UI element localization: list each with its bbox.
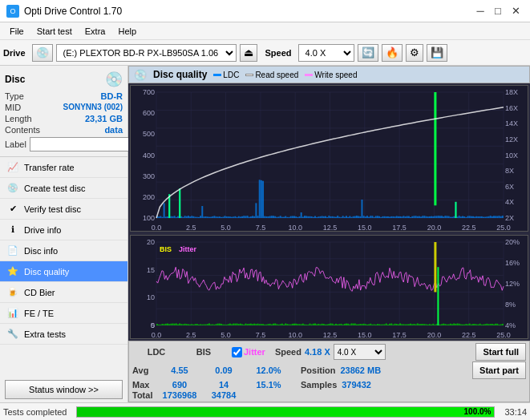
chart1-area [130,85,528,232]
nav-verify-test-disc[interactable]: ✔ Verify test disc [0,199,127,220]
max-bis: 14 [204,380,243,390]
main-layout: Disc 💿 Type BD-R MID SONYNN3 (002) Lengt… [0,66,530,402]
status-text: Tests completed [3,407,67,417]
write-legend-dot [305,74,313,76]
progress-bar-fill [77,407,494,417]
samples-value: 379432 [342,380,371,390]
col-ldc-header: LDC [132,347,180,357]
nav-fe-te[interactable]: 📊 FE / TE [0,303,127,324]
samples-label: Samples [301,380,337,390]
maximize-button[interactable]: □ [490,3,506,19]
nav-disc-quality[interactable]: ⭐ Disc quality [0,261,127,282]
avg-ldc: 4.55 [156,365,203,375]
charts-wrapper [128,83,530,341]
chart2-canvas [131,236,528,339]
drive-info-icon: ℹ [6,224,19,236]
nav-transfer-rate-label: Transfer rate [24,163,75,172]
menu-file[interactable]: File [3,25,30,38]
eject-button[interactable]: ⏏ [240,44,257,62]
speed-select[interactable]: 4.0 X [298,44,354,62]
menu-extra[interactable]: Extra [79,25,112,38]
nav-extra-tests-label: Extra tests [24,329,66,339]
position-label: Position [301,365,335,375]
menu-help[interactable]: Help [111,25,143,38]
total-bis: 34784 [204,390,243,400]
progress-text: 100.0% [464,407,492,417]
col-bis-header: BIS [184,347,224,357]
nav-transfer-rate[interactable]: 📈 Transfer rate [0,157,127,178]
transfer-rate-icon: 📈 [6,161,19,174]
toolbar: Drive 💿 (E:) PLEXTOR BD-R PX-LB950SA 1.0… [0,40,530,66]
nav-items: 📈 Transfer rate 💿 Create test disc ✔ Ver… [0,157,127,345]
disc-length-value: 23,31 GB [85,114,123,123]
avg-jitter: 12.0% [245,365,293,375]
ldc-legend-dot [213,74,221,76]
settings-button[interactable]: ⚙ [406,44,423,62]
nav-cd-bier-label: CD Bier [24,288,55,297]
save-button[interactable]: 💾 [427,44,447,62]
stats-headers: LDC BIS Jitter Speed 4.18 X 4.0 X [132,344,386,360]
title-bar: O Opti Drive Control 1.70 ─ □ ✕ [0,0,530,22]
chart-header-icon: 💿 [134,69,147,81]
nav-disc-info-label: Disc info [24,246,58,256]
ldc-legend-label: LDC [223,71,239,79]
disc-quality-icon: ⭐ [6,265,19,278]
speed-stat-label: Speed [275,347,301,357]
disc-section: Disc 💿 Type BD-R MID SONYNN3 (002) Lengt… [0,66,127,157]
jitter-check-area: Jitter [232,347,265,357]
jitter-label: Jitter [244,347,265,357]
nav-create-test-disc[interactable]: 💿 Create test disc [0,178,127,199]
stats-bar: LDC BIS Jitter Speed 4.18 X 4.0 X Start … [128,341,530,402]
disc-type-row: Type BD-R [5,91,123,101]
disc-type-value: BD-R [101,91,123,101]
nav-fe-te-label: FE / TE [24,309,54,318]
nav-cd-bier[interactable]: 🍺 CD Bier [0,282,127,303]
close-button[interactable]: ✕ [508,3,524,19]
nav-drive-info[interactable]: ℹ Drive info [0,220,127,240]
refresh-button[interactable]: 🔄 [358,44,378,62]
disc-contents-row: Contents data [5,125,123,135]
stats-speed-select[interactable]: 4.0 X [334,344,386,360]
nav-extra-tests[interactable]: 🔧 Extra tests [0,324,127,345]
stats-row1: LDC BIS Jitter Speed 4.18 X 4.0 X Start … [132,343,526,361]
jitter-checkbox[interactable] [232,347,242,357]
chart2-area [130,235,528,339]
disc-header: Disc 💿 [5,71,123,88]
disc-mid-value: SONYNN3 (002) [63,103,123,112]
avg-bis: 0.09 [204,365,243,375]
nav-disc-info[interactable]: 📄 Disc info [0,240,127,261]
chart-panel-title: Disc quality [153,69,207,80]
legend-ldc: LDC [213,71,239,79]
max-jitter: 15.1% [245,380,293,390]
verify-test-disc-icon: ✔ [6,203,19,216]
speed-stat-value: 4.18 X [305,347,330,357]
menu-start-test[interactable]: Start test [30,25,79,38]
disc-type-label: Type [5,91,24,101]
drive-select[interactable]: (E:) PLEXTOR BD-R PX-LB950SA 1.06 [56,44,237,62]
drive-icon-btn[interactable]: 💿 [32,44,53,62]
disc-length-label: Length [5,114,32,123]
burn-button[interactable]: 🔥 [382,44,403,62]
title-bar-left: O Opti Drive Control 1.70 [6,5,122,18]
start-full-button[interactable]: Start full [475,343,526,361]
disc-contents-label: Contents [5,125,40,135]
start-part-container: Start part [472,361,526,379]
read-legend-label: Read speed [255,71,298,79]
cd-bier-icon: 🍺 [6,286,19,299]
app-title: Opti Drive Control 1.70 [24,6,122,17]
minimize-button[interactable]: ─ [472,3,488,19]
progress-bar-container: 100.0% [76,406,495,418]
disc-label-label: Label [5,139,26,149]
start-part-button[interactable]: Start part [472,361,526,379]
legend-write: Write speed [305,71,357,79]
disc-section-icon: 💿 [105,71,123,88]
disc-mid-label: MID [5,103,21,112]
extra-tests-icon: 🔧 [6,328,19,341]
status-window-button[interactable]: Status window >> [5,380,123,399]
disc-label-row: Label ✏ [5,137,123,151]
disc-label-input[interactable] [30,137,136,151]
disc-mid-row: MID SONYNN3 (002) [5,103,123,112]
legend-read: Read speed [245,71,298,79]
stats-row2: Avg 4.55 0.09 12.0% Position 23862 MB St… [132,361,526,379]
status-bar: Tests completed 100.0% 33:14 [0,402,530,420]
